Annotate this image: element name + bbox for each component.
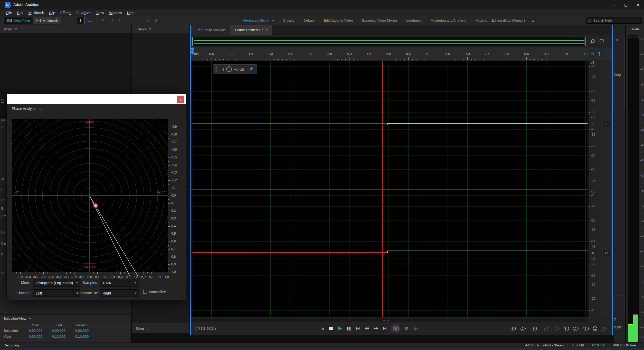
skip-selection-button[interactable]: ◁▷ [413, 325, 418, 332]
clip-indicator-left[interactable] [628, 35, 633, 39]
volume-hud[interactable]: ⋮⋮⋮ +0 dB [213, 64, 257, 74]
zoom-in-time-selection-button[interactable]: I+ [601, 325, 607, 332]
editor-tab[interactable]: Editor: Untitled 1 *≡ [230, 25, 272, 35]
samples-select[interactable]: 1024▾ [100, 279, 139, 287]
pin-icon[interactable] [249, 67, 253, 71]
move-tool-icon[interactable]: + [100, 17, 108, 24]
workspace-menu-icon[interactable]: ≡ [272, 19, 274, 22]
zoom-in-vertical-button[interactable]: ↕+ [510, 325, 516, 332]
panel-menu-icon[interactable]: ≡ [149, 27, 151, 31]
close-button[interactable]: ✕ [632, 0, 644, 10]
menu-clip[interactable]: Clip [46, 11, 58, 15]
workspace-tab[interactable]: Classic [279, 19, 298, 22]
channel-badge-r[interactable]: R [603, 250, 610, 256]
menu-file[interactable]: File [4, 11, 15, 15]
waveform-display[interactable] [191, 61, 588, 317]
time-value[interactable]: 0:00.000 [24, 334, 47, 339]
stop-button[interactable] [328, 325, 334, 332]
zoom-navigator[interactable] [192, 37, 586, 46]
workspace-tab[interactable]: Edit Audio to Video [320, 19, 357, 22]
workspace-tab[interactable]: Loudness [402, 19, 425, 22]
gain-knob[interactable] [226, 66, 232, 72]
marker-icon[interactable] [596, 50, 602, 57]
menu-view[interactable]: View [94, 11, 107, 15]
play-button[interactable] [337, 325, 343, 332]
timeline-start-marker[interactable] [191, 48, 194, 51]
marquee-selection-tool-icon[interactable] [126, 17, 134, 24]
playback-speed[interactable]: 1x [319, 325, 325, 332]
menu-favorites[interactable]: Favorites [74, 11, 94, 15]
zoom-to-out-point-button[interactable]: } [573, 325, 579, 332]
workspace-tab[interactable]: Default [299, 19, 319, 22]
spectral-view-icon[interactable] [86, 17, 93, 24]
maximize-button[interactable]: ▢ [620, 0, 632, 10]
playhead-time-display[interactable]: 0:04.845 [194, 325, 216, 331]
menu-multitrack[interactable]: Multitrack [26, 11, 46, 15]
mode-select[interactable]: Histogram (Log Zoom)▾ [33, 279, 80, 287]
time-value[interactable]: 0:00.000 [70, 328, 93, 334]
time-value[interactable]: 0:00.000 [47, 328, 70, 334]
clip-indicator-right[interactable] [633, 35, 638, 39]
minimize-button[interactable]: — [608, 0, 620, 10]
dialog-title-bar[interactable]: x [7, 94, 186, 104]
menu-window[interactable]: Window [107, 11, 125, 15]
dialog-close-button[interactable]: x [177, 96, 184, 103]
amplitude-scale[interactable]: dB-25-27-30-33-39-45-∞-45-39-33-30-27-25… [588, 61, 601, 317]
zoom-out-full-button[interactable]: ↔− [552, 325, 560, 332]
compare-to-select[interactable]: Right▾ [100, 289, 139, 297]
zoom-out-vertical-button[interactable]: ↕− [520, 325, 526, 332]
horizontal-scrollbar[interactable]: ••••• [191, 318, 588, 322]
lasso-selection-tool-icon[interactable] [135, 17, 143, 24]
zoom-out-horizontal-button[interactable]: ↔− [541, 325, 548, 332]
timeline-ruler[interactable]: hms0,51,01,52,02,53,03,54,04,55,05,56,06… [191, 48, 612, 60]
time-value[interactable]: 0:10.000 [47, 334, 70, 339]
selection-view-header[interactable]: Selection/View ≡ [0, 315, 131, 322]
menu-effects[interactable]: Effects [58, 11, 74, 15]
record-button[interactable] [391, 324, 400, 333]
workspace-tab[interactable]: Essential Video Mixing [358, 19, 401, 22]
panel-menu-icon[interactable]: ≡ [39, 107, 41, 111]
video-panel-header[interactable]: Video ≡ [0, 25, 131, 33]
zoom-to-selection-button[interactable]: {} [583, 325, 589, 332]
fast-forward-button[interactable] [373, 325, 379, 332]
skip-to-end-button[interactable] [382, 325, 388, 332]
phase-analysis-header[interactable]: Phase Analysis ≡ [7, 104, 186, 113]
tracks-panel-header[interactable]: Tracks ≡ [132, 25, 189, 33]
navigator-panel-icon[interactable] [598, 38, 605, 44]
levels-panel-header[interactable]: Levels [626, 25, 644, 33]
workspace-tab[interactable]: Advanced Mixing≡ [239, 19, 278, 22]
multitrack-view-button[interactable]: Multitrack [33, 17, 61, 24]
time-value[interactable]: 0:10.000 [70, 334, 93, 339]
hud-gain-value[interactable]: +0 dB [234, 67, 244, 71]
slip-tool-icon[interactable]: |↔| [117, 17, 125, 24]
mixer-panel-tab[interactable]: Mixer ≡ [132, 324, 189, 333]
panel-menu-icon[interactable]: ≡ [15, 27, 17, 31]
time-selection-tool-icon[interactable]: I [77, 17, 85, 24]
paintbrush-selection-tool-icon[interactable] [144, 17, 151, 24]
skip-to-start-button[interactable] [355, 325, 361, 332]
pause-button[interactable] [346, 325, 352, 332]
spot-healing-brush-tool-icon[interactable] [152, 17, 160, 24]
rewind-button[interactable] [364, 325, 370, 332]
snap-magnet-icon[interactable] [589, 50, 595, 57]
panel-menu-icon[interactable]: ≡ [147, 327, 149, 331]
razor-tool-icon[interactable] [109, 17, 116, 24]
level-meter[interactable]: 0-3-6-9-12-15-18-21-24-27-30-33-36-39-42… [628, 35, 639, 343]
loop-playback-button[interactable]: ↻ [404, 325, 409, 332]
workspace-tab[interactable]: Maximum Editing (Dual Monitor) [471, 19, 529, 22]
time-value[interactable]: 0:00.000 [24, 328, 47, 334]
zoom-navigator-range[interactable] [194, 38, 585, 45]
workspace-overflow-button[interactable]: » [530, 18, 536, 23]
editor-tab[interactable]: Frequency Analysis [191, 25, 230, 35]
panel-menu-icon[interactable]: ≡ [266, 28, 268, 32]
scrollbar-handle[interactable]: ••••• [383, 319, 390, 322]
channel-badge-l[interactable]: L [603, 121, 610, 127]
search-help-box[interactable]: Search Help [586, 17, 642, 24]
workspace-tab[interactable]: Mastering and Analysis [427, 19, 470, 22]
waveform-view-button[interactable]: Waveform [4, 17, 33, 24]
zoom-to-in-point-button[interactable]: { [564, 325, 569, 332]
menu-help[interactable]: Help [125, 11, 137, 15]
zoom-in-horizontal-button[interactable]: ↔+ [530, 325, 537, 332]
panel-menu-icon[interactable]: ≡ [29, 316, 31, 320]
menu-edit[interactable]: Edit [15, 11, 26, 15]
